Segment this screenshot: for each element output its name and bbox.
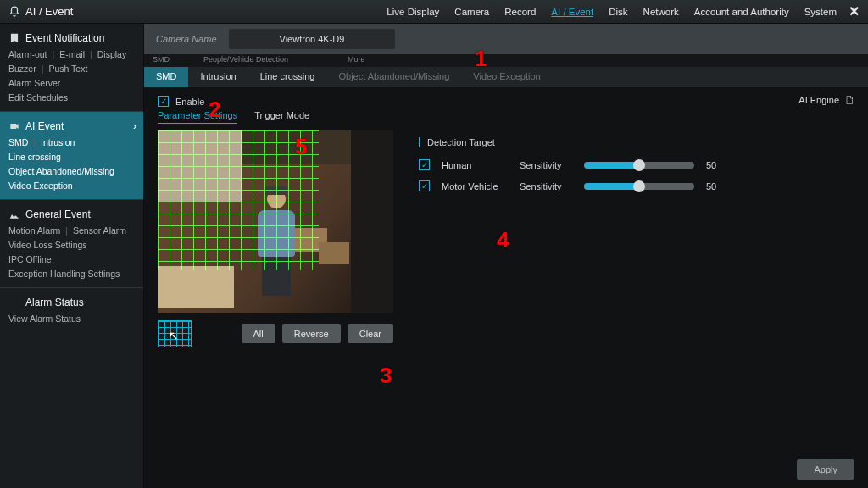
page-title: AI / Event [8,5,73,19]
tab-group-smd: SMD [144,54,195,67]
sidebar-item-e-mail[interactable]: E-mail [59,49,85,59]
detection-label: Motor Vehicle [442,181,508,191]
subtab-parameter-settings[interactable]: Parameter Settings [158,110,237,124]
sidebar-item-sensor-alarm[interactable]: Sensor Alarm [73,225,126,236]
top-menu: Live DisplayCameraRecordAI / EventDiskNe… [387,7,837,17]
preview-column: ↖ All Reverse Clear [158,130,393,347]
sidebar-item-object-abandoned-missing[interactable]: Object Abandoned/Missing [8,166,135,176]
detection-checkbox[interactable] [419,159,430,170]
camera-name-value[interactable]: Viewtron 4K-D9 [229,29,396,49]
content: Camera Name Viewtron 4K-D9 SMD People/Ve… [144,24,868,488]
apply-button[interactable]: Apply [797,459,854,480]
topmenu-network[interactable]: Network [643,7,679,17]
sidebar: Event NotificationAlarm-out|E-mail|Displ… [0,24,144,488]
sidebar-item-motion-alarm[interactable]: Motion Alarm [8,225,60,236]
all-button[interactable]: All [242,324,275,343]
enable-checkbox[interactable] [158,96,169,107]
sensitivity-label: Sensitivity [520,160,572,170]
sidebar-item-exception-handling-settings[interactable]: Exception Handling Settings [8,269,135,279]
sidebar-section-title: AI Event [25,120,64,132]
chevron-right-icon: › [133,120,136,132]
sensitivity-slider[interactable] [584,183,694,190]
topmenu-camera[interactable]: Camera [454,7,489,17]
sidebar-section-general-event[interactable]: General EventMotion Alarm|Sensor AlarmVi… [0,199,143,287]
tab-object-abandoned-missing[interactable]: Object Abandoned/Missing [326,67,461,87]
settings-panel: AI Engine Enable Parameter SettingsTrigg… [144,87,868,488]
detection-checkbox[interactable] [419,180,430,191]
topmenu-account-and-authority[interactable]: Account and Authority [694,7,789,17]
topmenu-disk[interactable]: Disk [609,7,627,17]
reverse-button[interactable]: Reverse [282,324,341,343]
sidebar-item-smd[interactable]: SMD [8,137,28,147]
sidebar-item-alarm-out[interactable]: Alarm-out [8,49,47,59]
sidebar-section-alarm-status[interactable]: Alarm StatusView Alarm Status [0,287,143,332]
detection-title: Detection Target [419,137,854,147]
param-tabs: Parameter SettingsTrigger Mode [158,110,854,124]
sidebar-item-alarm-server[interactable]: Alarm Server [8,78,135,88]
tab-line-crossing[interactable]: Line crossing [248,67,327,87]
sidebar-item-edit-schedules[interactable]: Edit Schedules [8,92,135,103]
sidebar-item-video-exception[interactable]: Video Exception [8,180,135,191]
sidebar-section-event-notification[interactable]: Event NotificationAlarm-out|E-mail|Displ… [0,24,143,111]
tab-group-pvd: People/Vehicle Detection [195,54,339,67]
tab-intrusion[interactable]: Intrusion [188,67,248,87]
sidebar-section-title: Event Notification [25,32,104,44]
sidebar-item-view-alarm-status[interactable]: View Alarm Status [8,313,135,324]
sidebar-item-ipc-offline[interactable]: IPC Offline [8,254,135,264]
camera-name-label: Camera Name [156,34,217,44]
sensitivity-value: 50 [706,181,726,191]
sidebar-section-title: Alarm Status [25,297,84,308]
topmenu-system[interactable]: System [804,7,837,17]
bell-icon [8,5,20,19]
sidebar-section-title: General Event [25,208,91,220]
sidebar-item-line-crossing[interactable]: Line crossing [8,152,135,162]
cursor-icon: ↖ [169,330,179,341]
enable-label: Enable [175,97,204,107]
detection-row-motor-vehicle: Motor VehicleSensitivity50 [419,180,854,191]
clear-button[interactable]: Clear [348,324,393,343]
close-icon[interactable]: ✕ [849,3,860,19]
page-title-text: AI / Event [25,5,73,18]
topmenu-ai-event[interactable]: AI / Event [551,7,593,17]
sidebar-item-intrusion[interactable]: Intrusion [41,137,75,147]
draw-grid-tool[interactable]: ↖ [158,320,192,347]
topmenu-record[interactable]: Record [504,7,536,17]
sidebar-item-push-text[interactable]: Push Text [48,64,87,74]
detection-label: Human [442,160,508,170]
subtab-trigger-mode[interactable]: Trigger Mode [254,110,309,124]
tabs-row: SMDIntrusionLine crossingObject Abandone… [144,67,868,87]
camera-preview[interactable] [158,130,393,313]
topmenu-live-display[interactable]: Live Display [387,7,439,17]
sidebar-item-display[interactable]: Display [97,49,126,59]
tab-group-row: SMD People/Vehicle Detection More [144,54,868,67]
top-bar: AI / Event Live DisplayCameraRecordAI / … [0,0,868,24]
sensitivity-slider[interactable] [584,162,694,169]
tab-smd[interactable]: SMD [144,67,188,87]
sensitivity-value: 50 [706,160,726,170]
sidebar-section-ai-event[interactable]: AI Event›SMD|IntrusionLine crossingObjec… [0,111,143,199]
detection-row-human: HumanSensitivity50 [419,159,854,170]
sidebar-item-video-loss-settings[interactable]: Video Loss Settings [8,240,135,250]
tab-video-exception[interactable]: Video Exception [461,67,552,87]
document-icon [844,94,854,106]
tab-group-more: More [339,54,374,67]
ai-engine-link[interactable]: AI Engine [798,94,854,106]
sensitivity-label: Sensitivity [520,181,572,191]
ai-engine-label: AI Engine [798,95,839,105]
sidebar-item-buzzer[interactable]: Buzzer [8,64,36,74]
camera-bar: Camera Name Viewtron 4K-D9 [144,24,868,54]
detection-grid-overlay [158,130,319,270]
detection-settings: Detection Target HumanSensitivity50Motor… [419,130,854,202]
